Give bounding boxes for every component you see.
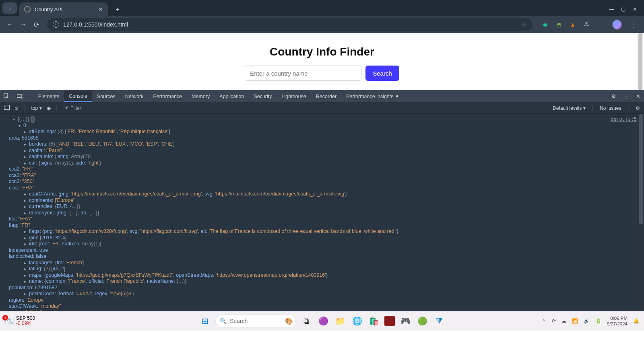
- toggle-console-sidebar-icon[interactable]: [4, 105, 10, 111]
- console-object-row[interactable]: name: {common: 'France', official: 'Fren…: [4, 278, 640, 285]
- task-view-icon[interactable]: ⧉: [300, 315, 313, 327]
- copilot-icon[interactable]: 🟣: [317, 315, 330, 327]
- svg-rect-2: [21, 95, 23, 98]
- console-object-row[interactable]: gini: {2018: 32.4}: [4, 235, 640, 241]
- clear-console-icon[interactable]: ⊘: [14, 105, 19, 111]
- console-object-row: cca2: "FR": [4, 166, 640, 173]
- tab-performance-insights[interactable]: Performance insights ⧪: [341, 90, 405, 102]
- console-object-row[interactable]: currencies: {EUR: {…}}: [4, 204, 640, 210]
- console-object-row[interactable]: 0:: [4, 123, 640, 129]
- app-red-icon[interactable]: [384, 316, 395, 326]
- clock[interactable]: 8:06 PM 9/27/2024: [607, 315, 627, 327]
- separator: │: [23, 105, 27, 111]
- console-object-row: flag: "FR": [4, 222, 640, 229]
- tab-title: Country API: [35, 6, 62, 12]
- sync-icon[interactable]: ⟳: [552, 318, 556, 324]
- console-object-row[interactable]: idd: {root: '+3', suffixes: Array(1)}: [4, 241, 640, 247]
- tab-console[interactable]: Console: [64, 90, 92, 102]
- tab-security[interactable]: Security: [249, 90, 277, 102]
- url-text: 127.0.0.1:5500/index.html: [63, 21, 128, 28]
- console-object-row[interactable]: languages: {fra: 'French'}: [4, 260, 640, 266]
- search-button[interactable]: Search: [365, 66, 399, 81]
- console-object-row: ccn3: "250": [4, 179, 640, 185]
- taskbar-search[interactable]: 🔍 Search 🎨: [215, 315, 296, 327]
- browser-menu-icon[interactable]: ⋮: [628, 20, 640, 29]
- console-settings-icon[interactable]: ⚙: [636, 105, 640, 111]
- forward-icon[interactable]: →: [20, 21, 27, 29]
- log-levels-dropdown[interactable]: Default levels ▾: [553, 105, 585, 111]
- stock-widget[interactable]: 1 S&P 500 -0.09%: [5, 316, 35, 326]
- separator: │: [599, 21, 604, 29]
- active-tab[interactable]: Country API ✕: [19, 2, 108, 16]
- console-object-row[interactable]: demonyms: {eng: {…}, fra: {…}}: [4, 210, 640, 216]
- tray-chevron-icon[interactable]: ＾: [541, 318, 546, 325]
- tab-elements[interactable]: Elements: [33, 90, 64, 102]
- battery-icon[interactable]: 🔋: [595, 318, 601, 324]
- devtools-menu-icon[interactable]: ⋮: [620, 93, 632, 99]
- tab-sources[interactable]: Sources: [92, 90, 120, 102]
- reload-icon[interactable]: ⟳: [34, 21, 39, 29]
- extensions-puzzle-icon[interactable]: ⁂: [582, 21, 590, 29]
- extension-green-icon[interactable]: ◓: [555, 21, 563, 29]
- issues-button[interactable]: No Issues: [600, 105, 621, 111]
- console-output[interactable]: [{…}]i 0: altSpellings: (3) ['FR', 'Fren…: [0, 114, 644, 311]
- devtools-scrollbar[interactable]: [638, 114, 644, 311]
- console-object-row[interactable]: [{…}]i: [4, 116, 640, 123]
- bookmark-star-icon[interactable]: ☆: [522, 21, 527, 28]
- console-object-row[interactable]: maps: {googleMaps: 'https://goo.gl/maps/…: [4, 272, 640, 279]
- address-bar[interactable]: i 127.0.0.1:5500/index.html ☆: [47, 18, 533, 31]
- tab-application[interactable]: Application: [215, 90, 249, 102]
- close-window-icon[interactable]: ✕: [633, 6, 637, 12]
- devtools-close-icon[interactable]: ✕: [632, 93, 644, 99]
- console-object-row[interactable]: flags: {png: 'https://flagcdn.com/w320/f…: [4, 228, 640, 235]
- page-scrollbar[interactable]: [638, 33, 643, 90]
- edge-icon[interactable]: 🌐: [351, 315, 363, 327]
- maximize-icon[interactable]: ▢: [621, 6, 625, 12]
- vscode-icon[interactable]: ⧩: [433, 315, 446, 327]
- devtools-settings-icon[interactable]: ⚙: [608, 93, 620, 99]
- wifi-icon[interactable]: 📶: [572, 318, 578, 324]
- onedrive-icon[interactable]: ☁: [561, 318, 566, 324]
- close-tab-icon[interactable]: ✕: [98, 6, 103, 12]
- inspect-element-icon[interactable]: [0, 93, 13, 99]
- live-expression-icon[interactable]: ◉: [47, 105, 51, 111]
- console-object-row[interactable]: capital: ['Paris']: [4, 148, 640, 154]
- source-link[interactable]: demo.js:5: [611, 116, 637, 122]
- tab-lighthouse[interactable]: Lighthouse: [277, 90, 311, 102]
- separator: │: [591, 105, 594, 111]
- extension-grammarly-icon[interactable]: ◉: [541, 21, 549, 29]
- separator: │: [56, 105, 59, 111]
- xbox-icon[interactable]: 🎮: [399, 315, 412, 327]
- console-object-row[interactable]: car: {signs: Array(1), side: 'right'}: [4, 160, 640, 167]
- notifications-icon[interactable]: 🔔: [633, 318, 639, 324]
- tab-search-dropdown[interactable]: ⌄: [2, 2, 17, 14]
- country-input[interactable]: [245, 66, 361, 81]
- tab-network[interactable]: Network: [120, 90, 149, 102]
- console-object-row: status: "officially-assigned": [4, 310, 640, 312]
- volume-icon[interactable]: 🔊: [584, 318, 590, 324]
- console-object-row[interactable]: postalCode: {format: '#####', regex: '^(…: [4, 291, 640, 297]
- console-filter-input[interactable]: ⧩Filter: [63, 104, 486, 112]
- back-icon[interactable]: ←: [6, 21, 13, 29]
- explorer-icon[interactable]: 📁: [334, 315, 347, 327]
- device-toolbar-icon[interactable]: [13, 94, 27, 99]
- extension-orange-icon[interactable]: ▲: [569, 21, 577, 29]
- minimize-icon[interactable]: —: [609, 6, 614, 12]
- chrome-icon[interactable]: 🟢: [416, 315, 429, 327]
- separator: │: [627, 105, 630, 111]
- store-icon[interactable]: 🛍️: [367, 315, 380, 327]
- execution-context-selector[interactable]: top ▾: [31, 105, 42, 111]
- profile-avatar[interactable]: [612, 19, 622, 30]
- tab-recorder[interactable]: Recorder: [311, 90, 341, 102]
- tab-memory[interactable]: Memory: [187, 90, 215, 102]
- console-object-row[interactable]: continents: ['Europe']: [4, 197, 640, 204]
- console-object-row[interactable]: latlng: (2) [46, 2]: [4, 266, 640, 272]
- tab-performance[interactable]: Performance: [149, 90, 187, 102]
- start-button[interactable]: ⊞: [198, 315, 211, 327]
- console-object-row[interactable]: coatOfArms: {png: 'https://mainfacts.com…: [4, 191, 640, 197]
- new-tab-button[interactable]: ＋: [112, 4, 123, 15]
- console-object-row[interactable]: capitalInfo: {latlng: Array(2)}: [4, 154, 640, 160]
- console-object-row[interactable]: altSpellings: (3) ['FR', 'French Republi…: [4, 129, 640, 135]
- site-info-icon[interactable]: i: [53, 21, 59, 28]
- console-object-row[interactable]: borders: (8) ['AND', 'BEL', 'DEU', 'ITA'…: [4, 141, 640, 148]
